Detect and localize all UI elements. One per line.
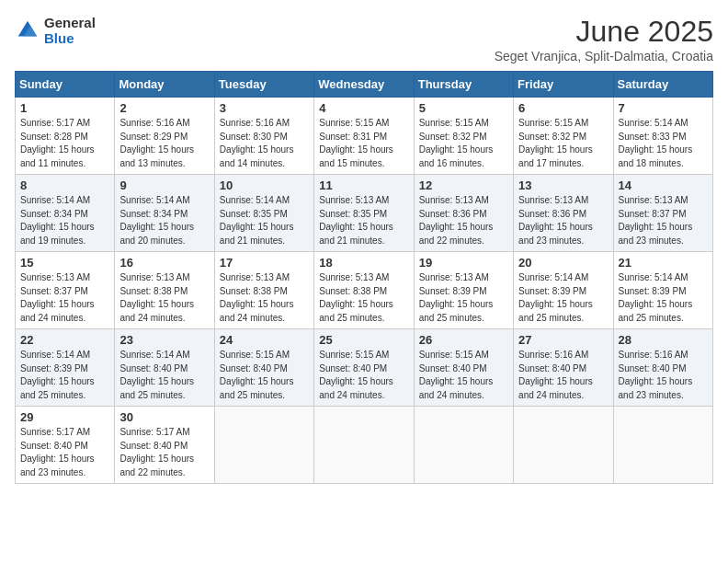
day-info: Sunrise: 5:13 AMSunset: 8:38 PMDaylight:…	[119, 271, 209, 325]
logo-icon	[15, 17, 40, 43]
calendar-cell: 11Sunrise: 5:13 AMSunset: 8:35 PMDayligh…	[314, 175, 414, 252]
day-number: 24	[220, 333, 309, 347]
weekday-header: Thursday	[414, 72, 513, 98]
day-number: 30	[119, 410, 209, 424]
day-number: 22	[20, 333, 109, 347]
calendar-cell: 29Sunrise: 5:17 AMSunset: 8:40 PMDayligh…	[16, 407, 115, 484]
calendar-cell: 24Sunrise: 5:15 AMSunset: 8:40 PMDayligh…	[214, 329, 313, 407]
day-info: Sunrise: 5:14 AMSunset: 8:33 PMDaylight:…	[619, 117, 708, 170]
day-info: Sunrise: 5:15 AMSunset: 8:40 PMDaylight:…	[419, 349, 508, 402]
day-info: Sunrise: 5:13 AMSunset: 8:36 PMDaylight:…	[419, 194, 508, 247]
calendar-cell: 20Sunrise: 5:14 AMSunset: 8:39 PMDayligh…	[514, 252, 613, 329]
weekday-header: Sunday	[16, 72, 115, 98]
calendar-cell: 13Sunrise: 5:13 AMSunset: 8:36 PMDayligh…	[514, 175, 613, 252]
calendar-week-row: 1Sunrise: 5:17 AMSunset: 8:28 PMDaylight…	[16, 98, 713, 175]
day-info: Sunrise: 5:17 AMSunset: 8:40 PMDaylight:…	[119, 426, 209, 479]
day-info: Sunrise: 5:13 AMSunset: 8:39 PMDaylight:…	[419, 271, 508, 325]
day-info: Sunrise: 5:13 AMSunset: 8:38 PMDaylight:…	[220, 271, 309, 325]
calendar-cell	[314, 407, 414, 484]
calendar-cell: 28Sunrise: 5:16 AMSunset: 8:40 PMDayligh…	[613, 329, 712, 407]
day-info: Sunrise: 5:14 AMSunset: 8:39 PMDaylight:…	[619, 271, 708, 325]
day-number: 25	[319, 333, 408, 347]
calendar-cell: 7Sunrise: 5:14 AMSunset: 8:33 PMDaylight…	[613, 98, 712, 175]
day-info: Sunrise: 5:14 AMSunset: 8:39 PMDaylight:…	[518, 271, 608, 325]
calendar-cell	[214, 407, 313, 484]
day-number: 1	[20, 101, 109, 115]
weekday-header: Tuesday	[214, 72, 313, 98]
day-info: Sunrise: 5:14 AMSunset: 8:35 PMDaylight:…	[220, 194, 309, 247]
calendar-cell: 12Sunrise: 5:13 AMSunset: 8:36 PMDayligh…	[414, 175, 513, 252]
calendar-cell: 16Sunrise: 5:13 AMSunset: 8:38 PMDayligh…	[115, 252, 214, 329]
day-info: Sunrise: 5:14 AMSunset: 8:39 PMDaylight:…	[20, 349, 109, 402]
day-number: 5	[419, 101, 508, 115]
day-number: 26	[419, 333, 508, 347]
calendar-cell: 18Sunrise: 5:13 AMSunset: 8:38 PMDayligh…	[314, 252, 414, 329]
calendar-cell: 1Sunrise: 5:17 AMSunset: 8:28 PMDaylight…	[16, 98, 115, 175]
day-info: Sunrise: 5:13 AMSunset: 8:38 PMDaylight:…	[319, 271, 408, 325]
weekday-header: Saturday	[613, 72, 712, 98]
day-number: 14	[619, 178, 708, 192]
calendar-cell: 22Sunrise: 5:14 AMSunset: 8:39 PMDayligh…	[16, 329, 115, 407]
day-info: Sunrise: 5:16 AMSunset: 8:40 PMDaylight:…	[619, 349, 708, 402]
day-number: 11	[319, 178, 408, 192]
day-number: 23	[119, 333, 209, 347]
day-number: 7	[619, 101, 708, 115]
day-number: 15	[20, 256, 109, 270]
day-number: 13	[518, 178, 608, 192]
day-info: Sunrise: 5:13 AMSunset: 8:37 PMDaylight:…	[619, 194, 708, 247]
day-number: 10	[220, 178, 309, 192]
calendar-cell: 21Sunrise: 5:14 AMSunset: 8:39 PMDayligh…	[613, 252, 712, 329]
calendar-subtitle: Seget Vranjica, Split-Dalmatia, Croatia	[495, 49, 713, 63]
title-block: June 2025 Seget Vranjica, Split-Dalmatia…	[495, 15, 713, 63]
calendar-cell: 23Sunrise: 5:14 AMSunset: 8:40 PMDayligh…	[115, 329, 214, 407]
day-number: 21	[619, 256, 708, 270]
day-number: 6	[518, 101, 608, 115]
day-info: Sunrise: 5:15 AMSunset: 8:40 PMDaylight:…	[220, 349, 309, 402]
day-number: 17	[220, 256, 309, 270]
calendar-cell: 19Sunrise: 5:13 AMSunset: 8:39 PMDayligh…	[414, 252, 513, 329]
day-info: Sunrise: 5:16 AMSunset: 8:30 PMDaylight:…	[220, 117, 309, 170]
calendar-cell	[414, 407, 513, 484]
day-info: Sunrise: 5:16 AMSunset: 8:29 PMDaylight:…	[119, 117, 209, 170]
calendar-cell: 9Sunrise: 5:14 AMSunset: 8:34 PMDaylight…	[115, 175, 214, 252]
day-number: 27	[518, 333, 608, 347]
day-info: Sunrise: 5:13 AMSunset: 8:36 PMDaylight:…	[518, 194, 608, 247]
day-number: 29	[20, 410, 109, 424]
calendar-cell: 17Sunrise: 5:13 AMSunset: 8:38 PMDayligh…	[214, 252, 313, 329]
calendar-cell: 5Sunrise: 5:15 AMSunset: 8:32 PMDaylight…	[414, 98, 513, 175]
weekday-header: Monday	[115, 72, 214, 98]
day-info: Sunrise: 5:16 AMSunset: 8:40 PMDaylight:…	[518, 349, 608, 402]
day-info: Sunrise: 5:15 AMSunset: 8:32 PMDaylight:…	[419, 117, 508, 170]
calendar-cell	[613, 407, 712, 484]
calendar-cell: 25Sunrise: 5:15 AMSunset: 8:40 PMDayligh…	[314, 329, 414, 407]
calendar-cell: 3Sunrise: 5:16 AMSunset: 8:30 PMDaylight…	[214, 98, 313, 175]
day-number: 12	[419, 178, 508, 192]
day-info: Sunrise: 5:14 AMSunset: 8:40 PMDaylight:…	[119, 349, 209, 402]
calendar-cell: 8Sunrise: 5:14 AMSunset: 8:34 PMDaylight…	[16, 175, 115, 252]
calendar-cell: 26Sunrise: 5:15 AMSunset: 8:40 PMDayligh…	[414, 329, 513, 407]
day-number: 9	[119, 178, 209, 192]
calendar-cell: 15Sunrise: 5:13 AMSunset: 8:37 PMDayligh…	[16, 252, 115, 329]
weekday-header-row: SundayMondayTuesdayWednesdayThursdayFrid…	[16, 72, 713, 98]
day-info: Sunrise: 5:17 AMSunset: 8:40 PMDaylight:…	[20, 426, 109, 479]
logo-text-general: General	[44, 15, 96, 30]
day-info: Sunrise: 5:14 AMSunset: 8:34 PMDaylight:…	[119, 194, 209, 247]
day-info: Sunrise: 5:17 AMSunset: 8:28 PMDaylight:…	[20, 117, 109, 170]
day-number: 3	[220, 101, 309, 115]
calendar-week-row: 22Sunrise: 5:14 AMSunset: 8:39 PMDayligh…	[16, 329, 713, 407]
calendar-cell: 27Sunrise: 5:16 AMSunset: 8:40 PMDayligh…	[514, 329, 613, 407]
calendar-title: June 2025	[495, 15, 713, 49]
page-header: General Blue June 2025 Seget Vranjica, S…	[15, 15, 713, 63]
day-number: 4	[319, 101, 408, 115]
day-number: 28	[619, 333, 708, 347]
day-info: Sunrise: 5:15 AMSunset: 8:32 PMDaylight:…	[518, 117, 608, 170]
day-number: 18	[319, 256, 408, 270]
logo: General Blue	[15, 15, 96, 46]
calendar-cell: 6Sunrise: 5:15 AMSunset: 8:32 PMDaylight…	[514, 98, 613, 175]
calendar-week-row: 29Sunrise: 5:17 AMSunset: 8:40 PMDayligh…	[16, 407, 713, 484]
day-info: Sunrise: 5:15 AMSunset: 8:40 PMDaylight:…	[319, 349, 408, 402]
day-info: Sunrise: 5:14 AMSunset: 8:34 PMDaylight:…	[20, 194, 109, 247]
day-number: 20	[518, 256, 608, 270]
calendar-cell: 10Sunrise: 5:14 AMSunset: 8:35 PMDayligh…	[214, 175, 313, 252]
weekday-header: Wednesday	[314, 72, 414, 98]
